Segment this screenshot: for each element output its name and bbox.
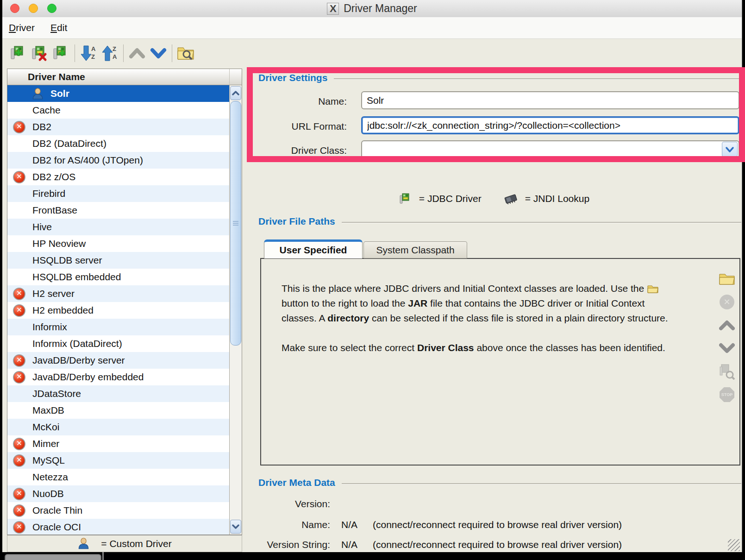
- driver-name-label: DB2: [32, 121, 51, 132]
- error-icon: [13, 121, 25, 133]
- window-title: Driver Manager: [344, 2, 417, 15]
- table-row[interactable]: DB2: [7, 119, 229, 135]
- table-row[interactable]: JavaDB/Derby embedded: [7, 369, 229, 385]
- table-row[interactable]: NuoDB: [7, 485, 229, 502]
- menu-driver[interactable]: Driver: [9, 22, 35, 33]
- table-row[interactable]: Informix (DataDirect): [7, 335, 229, 352]
- vertical-scrollbar[interactable]: [229, 85, 242, 535]
- copy-driver-button[interactable]: [50, 43, 72, 64]
- scroll-up-button[interactable]: [230, 86, 241, 100]
- table-row[interactable]: H2 server: [7, 285, 229, 302]
- table-row[interactable]: MySQL: [7, 452, 229, 469]
- table-row[interactable]: DB2 (DataDirect): [7, 135, 229, 152]
- table-row[interactable]: Oracle Thin: [7, 502, 229, 519]
- screenshot-root: X Driver Manager Driver Edit: [0, 0, 745, 560]
- arrow-up-za-icon: Z A: [100, 44, 119, 63]
- tab-user-specified[interactable]: User Specified: [264, 239, 363, 258]
- table-row[interactable]: DB2 for AS/400 (JTOpen): [7, 152, 229, 169]
- scrollbar-thumb[interactable]: [230, 101, 241, 346]
- name-field[interactable]: [361, 91, 739, 109]
- driver-name-label: DB2 for AS/400 (JTOpen): [32, 155, 143, 166]
- table-row[interactable]: Solr: [7, 85, 229, 102]
- table-row[interactable]: Oracle OCI: [7, 519, 229, 535]
- url-format-field[interactable]: [361, 116, 739, 134]
- table-row[interactable]: MaxDB: [7, 402, 229, 419]
- create-driver-button[interactable]: [8, 43, 29, 64]
- table-row[interactable]: JDataStore: [7, 385, 229, 402]
- svg-text:A: A: [113, 53, 117, 60]
- svg-text:Z: Z: [113, 45, 116, 52]
- path-move-up-button[interactable]: [718, 316, 736, 334]
- driver-meta-data-title: Driver Meta Data: [258, 477, 741, 488]
- toolbar-separator: [123, 44, 124, 62]
- driver-card-delete-icon: [31, 44, 49, 63]
- tab-system-classpath[interactable]: System Classpath: [363, 241, 467, 258]
- open-folder-icon: [647, 284, 659, 294]
- table-row[interactable]: Cache: [7, 102, 229, 119]
- version-string-label: Version String:: [210, 539, 330, 550]
- stop-loading-button[interactable]: STOP: [718, 386, 736, 403]
- table-row[interactable]: Firebird: [7, 185, 229, 202]
- table-row[interactable]: Mimer: [7, 435, 229, 452]
- resize-grip[interactable]: [728, 539, 740, 551]
- driver-name-label: Oracle Thin: [32, 505, 82, 516]
- toolbar: A Z Z A: [2, 39, 742, 67]
- find-driver-class-button[interactable]: [718, 363, 736, 380]
- driver-name-label: JavaDB/Derby server: [32, 355, 125, 366]
- svg-text:A: A: [91, 45, 96, 52]
- driver-class-combobox[interactable]: [361, 140, 739, 158]
- driver-name-label: NuoDB: [32, 488, 64, 499]
- custom-driver-legend: = Custom Driver: [7, 535, 242, 552]
- table-row[interactable]: Hive: [7, 219, 229, 235]
- table-row[interactable]: HSQLDB embedded: [7, 269, 229, 285]
- chevron-down-icon: [150, 47, 167, 59]
- move-up-button[interactable]: [126, 43, 148, 64]
- driver-name-label: HP Neoview: [32, 238, 86, 249]
- sort-descending-button[interactable]: Z A: [99, 43, 120, 64]
- move-down-button[interactable]: [148, 43, 169, 64]
- driver-table-header[interactable]: Driver Name: [7, 69, 242, 85]
- driver-card-search-icon: [719, 363, 735, 380]
- svg-text:Z: Z: [91, 53, 95, 60]
- error-icon: [13, 171, 25, 183]
- table-row[interactable]: HP Neoview: [7, 235, 229, 252]
- driver-name-label: McKoi: [32, 422, 59, 433]
- driver-name-label: JavaDB/Derby embedded: [32, 371, 144, 383]
- sort-ascending-button[interactable]: A Z: [78, 43, 99, 64]
- chevron-up-icon: [129, 47, 145, 59]
- table-row[interactable]: Informix: [7, 319, 229, 335]
- driver-card-plus-icon: [52, 44, 70, 63]
- custom-driver-icon: [31, 88, 44, 100]
- error-icon: [13, 304, 25, 317]
- driver-name-label: Solr: [50, 88, 69, 99]
- jdbc-driver-icon: [399, 192, 413, 206]
- error-icon: [13, 371, 25, 384]
- remove-driver-button[interactable]: [29, 43, 50, 64]
- table-row[interactable]: Netezza: [7, 469, 229, 485]
- table-row[interactable]: HSQLDB server: [7, 252, 229, 269]
- table-row[interactable]: FrontBase: [7, 202, 229, 219]
- driver-name-label: H2 server: [32, 288, 75, 299]
- driver-class-label: Driver Class:: [250, 145, 347, 156]
- driver-name-label: H2 embedded: [32, 305, 94, 316]
- chevron-down-icon: [726, 147, 734, 152]
- driver-name-label: DB2 z/OS: [32, 171, 75, 182]
- find-driver-files-button[interactable]: [175, 43, 196, 64]
- section-divider: [342, 222, 741, 223]
- menu-edit[interactable]: Edit: [50, 22, 67, 33]
- error-icon: [13, 504, 25, 517]
- column-header-driver-name[interactable]: Driver Name: [7, 69, 230, 85]
- table-row[interactable]: McKoi: [7, 419, 229, 435]
- error-icon: [13, 438, 25, 450]
- table-row[interactable]: JavaDB/Derby server: [7, 352, 229, 369]
- driver-name-label: HSQLDB embedded: [32, 271, 121, 283]
- table-row[interactable]: H2 embedded: [7, 302, 229, 319]
- meta-name-label: Name:: [210, 519, 330, 530]
- driver-table: Driver Name SolrCacheDB2DB2 (DataDirect)…: [7, 69, 242, 535]
- driver-class-dropdown-button[interactable]: [722, 142, 738, 157]
- table-row[interactable]: DB2 z/OS: [7, 169, 229, 185]
- remove-path-button[interactable]: [718, 293, 736, 311]
- load-jar-button[interactable]: [718, 270, 736, 288]
- path-move-down-button[interactable]: [718, 340, 736, 357]
- driver-settings-title: Driver Settings: [258, 72, 741, 83]
